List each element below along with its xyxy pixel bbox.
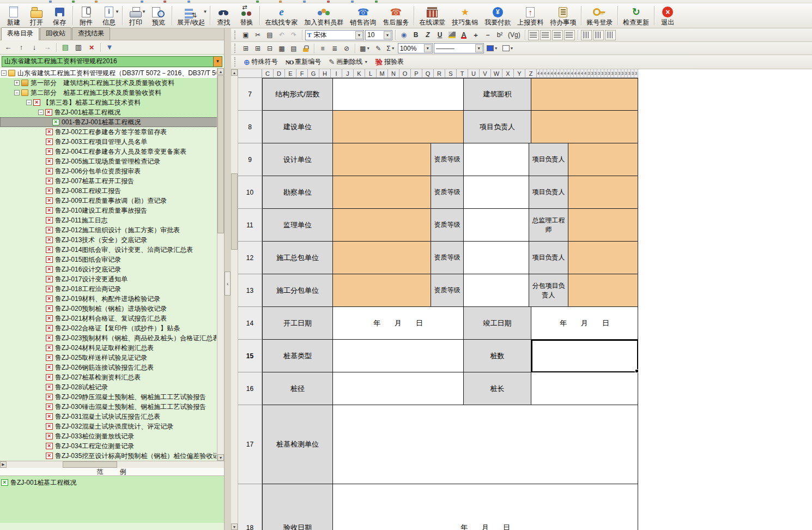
toolbar-grip[interactable] [234,44,237,52]
column-header[interactable]: W [491,69,502,78]
tree-item[interactable]: 鲁ZJ-013技术（安全）交底记录 [0,235,224,245]
form-label-cell[interactable]: 建设单位 [262,111,333,143]
replace-button[interactable]: 替换 ▼ [235,4,258,27]
form-value-cell[interactable] [568,176,638,209]
form-label-cell[interactable]: 建筑面积 [464,78,531,111]
active-cell[interactable] [531,340,638,372]
tree-item[interactable]: 鲁ZJ-026钢筋连接试验报告汇总表 [0,363,224,372]
tree-vertical-scrollbar[interactable]: ▲ ▼ [217,68,224,461]
form-value-cell[interactable] [333,111,464,143]
undo-button[interactable]: ↶ [276,30,287,40]
fill-color-button[interactable] [446,30,457,40]
tree-item[interactable]: − 鲁ZJ-001桩基工程概况 [0,107,224,117]
exit-button[interactable]: × 退出 ▼ [656,4,679,27]
chevron-down-icon[interactable]: ▼ [364,60,368,64]
form-value-cell[interactable] [333,209,431,242]
tree-item[interactable]: − 第二部分 桩基工程施工技术及质量验收资料 [0,88,224,98]
form-value-cell[interactable] [531,111,638,143]
tree-item[interactable]: 鲁ZJ-012施工组织设计（施工方案）审批表 [0,225,224,235]
tree-item[interactable]: 鲁ZJ-030锤击混凝土预制桩、钢桩施工工艺试验报告 [0,402,224,412]
delete-node-button[interactable]: × [86,42,98,53]
copy-node-button[interactable]: ▥ [72,42,84,53]
chevron-down-icon[interactable]: ▼ [384,31,391,39]
font-color-button[interactable]: A [458,30,469,40]
form-label-cell[interactable]: 分包项目负责人 [529,274,568,307]
column-header[interactable]: D [274,69,285,78]
row-header[interactable]: 13 [238,274,262,307]
tree-item[interactable]: 鲁ZJ-028试桩记录 [0,382,224,392]
filter-button[interactable]: ▼ [104,42,116,53]
scrollbar-thumb[interactable] [217,75,224,233]
unlink-button[interactable]: ⊘ [341,43,352,53]
redo-button[interactable]: ↷ [288,30,299,40]
column-header[interactable]: J [342,69,354,78]
tab-recycle-bin[interactable]: 回收站 [40,27,71,40]
tree-item[interactable]: 鲁ZJ-022合格证【复印件（或抄件）】贴条 [0,323,224,333]
italic-button[interactable]: Z [422,30,433,40]
decrease-font-button[interactable]: － [482,30,493,40]
example-item[interactable]: 鲁ZJ-001桩基工程概况 [1,478,223,487]
tree-item[interactable]: 鲁ZJ-032混凝土试块强度统计、评定记录 [0,421,224,431]
tree-expander[interactable]: − [38,110,44,115]
merge-center-button[interactable]: ⊞ [240,43,251,53]
paste-button[interactable]: ▣ [240,30,251,40]
sales-consult-button[interactable]: ☎ 销售咨询 ▼ [347,4,379,27]
combo-dropdown-button[interactable]: ▼ [213,57,222,67]
column-header[interactable]: E [285,69,296,78]
chevron-down-icon[interactable]: ▼ [475,44,483,52]
chevron-down-icon[interactable]: ▼ [355,31,363,39]
tips-button[interactable]: ★ 技巧集锦 ▼ [449,4,481,27]
form-label-cell[interactable]: 资质等级 [431,274,464,307]
upload-report-button[interactable]: ↑ 上报资料 ▼ [514,4,547,27]
tree-item[interactable]: 鲁ZJ-006分包单位资质报审表 [0,166,224,176]
form-value-cell[interactable] [333,340,464,372]
tree-item[interactable]: 鲁ZJ-009工程质量事故调（勘）查记录 [0,196,224,206]
form-value-cell[interactable] [568,209,638,242]
find-button[interactable]: 查找 ▼ [212,4,235,27]
form-label-cell[interactable]: 结构形式/层数 [262,78,333,111]
form-label-cell[interactable]: 设计单位 [262,143,333,176]
account-login-button[interactable]: 账号登录 ▼ [583,4,616,27]
renumber-button[interactable]: NO 重新编号 [282,56,325,68]
row-header[interactable]: 8 [238,111,262,143]
scroll-right-icon[interactable]: ▶ [0,461,7,468]
tree-item[interactable]: 鲁ZJ-003工程项目管理人员名单 [0,137,224,147]
list-settings-button[interactable]: ≣ [329,43,340,53]
paste-node-button[interactable]: ▤ [59,42,71,53]
tree-item[interactable]: 鲁ZJ-034工程定位测量记录 [0,441,224,451]
form-label-cell[interactable]: 项目负责人 [464,111,531,143]
print-button[interactable]: 打印 ▼ [124,4,147,27]
page-setup-button[interactable]: ▤ [288,43,299,53]
chevron-down-icon[interactable]: ▼ [424,44,432,52]
tree-item[interactable]: 鲁ZJ-023预制材料（钢桩、商品砼及桩头）合格证汇总表 [0,333,224,343]
align-justify-button[interactable] [564,30,575,40]
column-header[interactable]: C [262,69,274,78]
form-value-cell[interactable] [531,78,638,111]
tab-table-catalog[interactable]: 表格目录 [1,27,39,40]
column-header[interactable]: R [434,69,445,78]
color-scheme-button[interactable]: ◉ [398,30,409,40]
expand-collapse-button[interactable]: 展开/收起 ▼ [174,4,208,27]
form-label-cell[interactable]: 资质等级 [431,242,464,274]
tree-item[interactable]: 鲁ZJ-027桩基检测资料汇总表 [0,372,224,382]
tree-item[interactable]: 鲁ZJ-005施工现场质量管理检查记录 [0,156,224,166]
dropdown-arrow-icon[interactable]: ▼ [203,9,207,14]
tree-item[interactable]: 鲁ZJ-011施工日志 [0,215,224,225]
scroll-down-icon[interactable]: ▼ [231,523,238,530]
form-date-cell[interactable]: 年 月 日 [531,307,638,340]
row-header[interactable]: 10 [238,176,262,209]
panel-splitter[interactable]: ‹ [225,28,231,530]
tree-expander[interactable]: + [14,80,20,86]
form-value-cell[interactable] [333,176,431,209]
tree-expander[interactable]: − [26,100,32,105]
tree-item[interactable]: − 山东省建筑工程施工资料管理规程（DB37/T 5072－2016、DB37/… [0,68,224,78]
form-value-cell[interactable] [333,274,431,307]
special-symbol-button[interactable]: ⊕ 特殊符号 [240,56,281,68]
scroll-down-icon[interactable]: ▼ [217,454,224,461]
form-value-cell[interactable] [464,176,529,209]
form-label-cell[interactable]: 桩基检测单位 [262,405,333,484]
dropdown-arrow-icon[interactable]: ▼ [142,9,146,14]
column-header[interactable]: L [365,69,377,78]
inspection-form-button[interactable]: 验 报验表 [372,56,407,68]
scrollbar-thumb[interactable] [63,461,117,468]
